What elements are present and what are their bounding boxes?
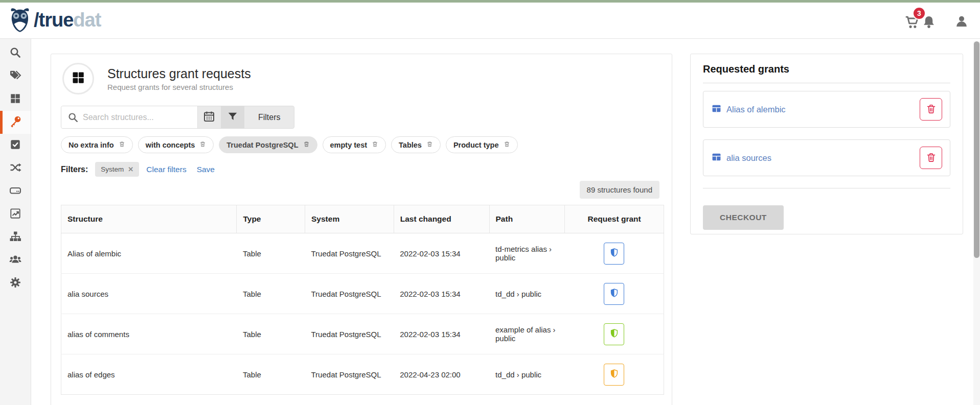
chip-trash-icon[interactable]	[372, 140, 378, 149]
cell-path: example of alias › public	[489, 314, 565, 354]
checkout-button[interactable]: CHECKOUT	[703, 205, 784, 230]
key-icon	[9, 115, 21, 130]
structures-table: Structure Type System Last changed Path …	[61, 205, 664, 395]
remove-filter-icon[interactable]: ✕	[128, 165, 133, 173]
search-box	[61, 106, 197, 128]
shield-icon	[609, 368, 619, 380]
owl-logo-icon	[8, 7, 32, 33]
grant-item-link[interactable]: alia sources	[711, 152, 771, 164]
structures-grant-requests-card: Structures grant requests Request grants…	[51, 54, 672, 405]
cell-type: Table	[237, 233, 305, 274]
sidebar-item-users[interactable]	[0, 249, 31, 272]
cell-system: Truedat PostgreSQL	[305, 274, 394, 314]
chip-tables[interactable]: Tables	[391, 136, 441, 153]
hierarchy-icon	[9, 230, 21, 245]
sidebar-item-search[interactable]	[0, 42, 31, 65]
requested-grants-panel: Requested grants Alias of alembic alia s…	[690, 54, 963, 234]
column-header-last-changed[interactable]: Last changed	[394, 205, 489, 233]
cell-path: td-metrics alias › public	[489, 233, 565, 274]
sidebar-item-metrics[interactable]	[0, 203, 31, 226]
request-grant-button[interactable]	[604, 364, 624, 386]
check-square-icon	[10, 139, 21, 152]
cell-system: Truedat PostgreSQL	[305, 354, 394, 395]
request-grant-button[interactable]	[604, 323, 624, 345]
column-header-type[interactable]: Type	[237, 205, 305, 233]
requested-grant-item: Alias of alembic	[703, 91, 950, 128]
cell-path: td_dd › public	[489, 274, 565, 314]
shield-icon	[609, 247, 619, 259]
cell-system: Truedat PostgreSQL	[305, 233, 394, 274]
table-icon	[711, 152, 722, 164]
sidebar-item-sources[interactable]	[0, 180, 31, 203]
filters-caption: Filters:	[61, 165, 88, 174]
sidebar-item-quality[interactable]	[0, 134, 31, 157]
calendar-filter-button[interactable]	[197, 106, 221, 128]
cell-structure: alias of comments	[61, 314, 237, 354]
truedat-logo[interactable]: /truedat	[8, 7, 101, 33]
save-filters-link[interactable]: Save	[197, 165, 215, 174]
chip-trash-icon[interactable]	[504, 140, 510, 149]
cart-notifications-group[interactable]: 3	[904, 10, 937, 31]
grant-item-link[interactable]: Alias of alembic	[711, 104, 786, 115]
calendar-icon	[203, 110, 215, 125]
clear-filters-link[interactable]: Clear filters	[146, 165, 186, 174]
cell-type: Table	[237, 314, 305, 354]
drive-icon	[9, 184, 21, 199]
cell-type: Table	[237, 354, 305, 395]
filter-tag-system: System ✕	[95, 162, 139, 177]
filters-toggle-button[interactable]: Filters	[244, 106, 294, 128]
trash-icon	[926, 152, 937, 164]
chip-product-type[interactable]: Product type	[446, 136, 518, 153]
chip-trash-icon[interactable]	[426, 140, 433, 149]
remove-grant-button[interactable]	[920, 98, 942, 121]
search-input[interactable]	[61, 106, 197, 128]
chip-trash-icon[interactable]	[303, 140, 310, 149]
cell-last-changed: 2022-04-23 02:00	[394, 354, 489, 395]
remove-grant-button[interactable]	[920, 147, 942, 169]
search-toolbar: Filters	[61, 106, 294, 129]
column-header-system[interactable]: System	[305, 205, 394, 233]
sidebar-item-tags[interactable]	[0, 65, 31, 88]
request-grant-button[interactable]	[604, 283, 624, 305]
chip-no-extra-info[interactable]: No extra info	[61, 136, 133, 153]
sidebar-item-grid[interactable]	[0, 88, 31, 111]
table-icon	[711, 104, 722, 115]
active-filters-row: Filters: System ✕ Clear filters Save	[61, 162, 664, 177]
column-header-structure[interactable]: Structure	[61, 205, 237, 233]
scrollbar-track[interactable]	[973, 41, 980, 405]
requested-grant-item: alia sources	[703, 139, 950, 176]
page-header-icon	[62, 63, 94, 94]
tags-icon	[9, 69, 21, 84]
sidebar-item-settings[interactable]	[0, 272, 31, 295]
divider	[703, 188, 950, 188]
table-row: alias of edges Table Truedat PostgreSQL …	[61, 354, 664, 395]
chip-empty-test[interactable]: empty test	[323, 136, 386, 153]
column-header-request-grant: Request grant	[565, 205, 664, 233]
filter-chips-row: No extra info with concepts Truedat Post…	[61, 136, 664, 153]
sidebar-item-grants[interactable]	[0, 111, 31, 134]
cell-path: td_dd › public	[489, 354, 565, 395]
cell-structure: alias of edges	[61, 354, 237, 395]
sidebar	[0, 39, 31, 405]
user-profile-icon[interactable]	[954, 14, 969, 31]
sidebar-item-taxonomy[interactable]	[0, 226, 31, 249]
chip-trash-icon[interactable]	[199, 140, 206, 149]
table-row: alia sources Table Truedat PostgreSQL 20…	[61, 274, 664, 314]
chip-with-concepts[interactable]: with concepts	[138, 136, 214, 153]
column-header-path[interactable]: Path	[489, 205, 565, 233]
cell-last-changed: 2022-02-03 15:34	[394, 274, 489, 314]
sidebar-item-lineage[interactable]	[0, 157, 31, 180]
cell-last-changed: 2022-02-03 15:34	[394, 233, 489, 274]
trash-icon	[926, 103, 937, 116]
divider	[703, 83, 950, 83]
shield-icon	[609, 288, 619, 300]
topbar: /truedat 3	[0, 0, 980, 39]
scrollbar-thumb[interactable]	[974, 41, 979, 258]
gear-icon	[9, 276, 21, 291]
request-grant-button[interactable]	[604, 243, 624, 265]
filter-funnel-button[interactable]	[221, 106, 245, 128]
topbar-actions: 3	[904, 10, 969, 31]
shuffle-icon	[9, 161, 21, 176]
chip-truedat-postgresql[interactable]: Truedat PostgreSQL	[219, 136, 317, 153]
chip-trash-icon[interactable]	[119, 140, 125, 149]
